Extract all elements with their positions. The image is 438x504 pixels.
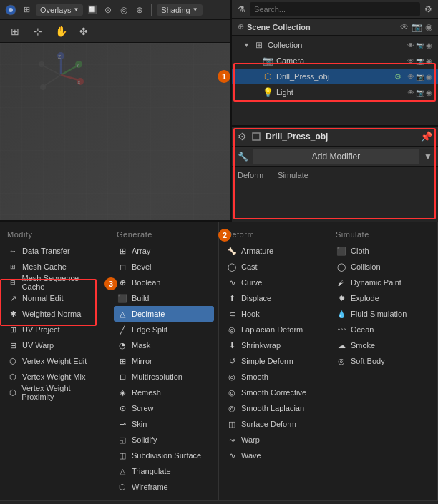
cam-dot-action[interactable]: ◉ (426, 57, 432, 65)
cam-eye-action[interactable]: 👁 (407, 57, 414, 65)
collection-icon: ⊞ (253, 40, 265, 50)
mod-solidify[interactable]: ◱ Solidify (114, 432, 214, 448)
snap-icon[interactable]: 🔲 (86, 4, 99, 16)
mod-vertex-weight-edit[interactable]: ⬡ Vertex Weight Edit (4, 353, 104, 369)
cursor-icon[interactable]: ⊹ (29, 22, 47, 41)
mod-uv-project[interactable]: ⊞ UV Project (4, 322, 104, 337)
grid-icon[interactable]: ⊞ (6, 22, 24, 41)
mod-cloth[interactable]: ⬛ Cloth (333, 243, 433, 259)
mod-curve[interactable]: ∿ Curve (223, 275, 323, 290)
mod-normal-edit[interactable]: ↗ Normal Edit (4, 290, 104, 306)
mod-boolean[interactable]: ⊕ Boolean (114, 275, 214, 290)
mod-ocean[interactable]: 〰 Ocean (333, 322, 433, 337)
drill-item-icon: ⬡ (262, 71, 273, 81)
light-dot-action[interactable]: ◉ (426, 89, 432, 97)
mod-smoke[interactable]: ☁ Smoke (333, 337, 433, 353)
mod-soft-body[interactable]: ◎ Soft Body (333, 353, 433, 369)
smooth-label: Smooth (241, 372, 268, 381)
mod-smooth[interactable]: ◎ Smooth (223, 369, 323, 385)
magnet-icon[interactable]: ⊙ (102, 4, 115, 16)
filter-icon[interactable]: ⚙ (424, 4, 432, 14)
viewport-area[interactable]: ⊞ Overlays ▼ 🔲 ⊙ ◎ ⊕ Shading ▼ ⊞ ⊹ ✋ ✤ Z (0, 0, 438, 222)
collision-icon: ◯ (336, 261, 347, 272)
mod-skin[interactable]: ⊸ Skin (114, 416, 214, 432)
outliner-search-input[interactable] (250, 2, 420, 16)
dot-action[interactable]: ◉ (426, 41, 432, 49)
mod-build[interactable]: ⬛ Build (114, 290, 214, 306)
collection-arrow: ▼ (243, 41, 250, 49)
mod-dynamic-paint[interactable]: 🖌 Dynamic Paint (333, 275, 433, 290)
drill-cam-action[interactable]: 📷 (416, 73, 424, 81)
vw-edit-label: Vertex Weight Edit (22, 357, 87, 365)
mod-simple-deform[interactable]: ↺ Simple Deform (223, 353, 323, 369)
shading-dropdown[interactable]: Shading ▼ (157, 4, 202, 16)
eye-action[interactable]: 👁 (407, 41, 414, 49)
measure-icon[interactable]: ✤ (74, 22, 93, 41)
mod-vertex-weight-mix[interactable]: ⬡ Vertex Weight Mix (4, 369, 104, 385)
eye-icon[interactable]: 👁 (400, 22, 409, 32)
drill-eye-action[interactable]: 👁 (407, 73, 414, 81)
mod-uv-warp[interactable]: ⊟ UV Warp (4, 337, 104, 353)
mod-subdivision-surface[interactable]: ◫ Subdivision Surface (114, 448, 214, 463)
outliner-collection-item[interactable]: ▼ ⊞ Collection 👁 📷 ◉ (232, 37, 438, 53)
shading-label: Shading (161, 6, 190, 14)
overlays-dropdown[interactable]: Overlays ▼ (36, 4, 83, 16)
remesh-icon: ◈ (117, 387, 128, 398)
mod-smooth-corrective[interactable]: ◎ Smooth Corrective (223, 385, 323, 400)
light-eye-action[interactable]: 👁 (407, 89, 414, 97)
mod-screw[interactable]: ⊙ Screw (114, 400, 214, 416)
cam-action[interactable]: 📷 (416, 41, 424, 49)
render-vis-icon[interactable]: ◉ (425, 22, 432, 32)
camera-vis-icon[interactable]: 📷 (412, 22, 422, 32)
mod-cast[interactable]: ◯ Cast (223, 259, 323, 275)
mod-data-transfer[interactable]: ↔ Data Transfer (4, 243, 104, 259)
mod-decimate[interactable]: △ Decimate (114, 306, 214, 322)
modifier-categories: Deform Simulate (232, 167, 438, 184)
mod-mirror[interactable]: ⊞ Mirror (114, 353, 214, 369)
mod-smooth-laplacian[interactable]: ◎ Smooth Laplacian (223, 400, 323, 416)
mod-hook[interactable]: ⊂ Hook (223, 306, 323, 322)
mod-mesh-cache[interactable]: ⊞ Mesh Cache (4, 259, 104, 275)
pin-icon[interactable]: 📌 (420, 131, 432, 142)
fluid-sim-icon: 💧 (336, 308, 347, 320)
mod-array[interactable]: ⊞ Array (114, 243, 214, 259)
laplacian-deform-icon: ◎ (226, 324, 238, 335)
light-cam-action[interactable]: 📷 (416, 89, 424, 97)
mod-armature[interactable]: 🦴 Armature (223, 243, 323, 259)
cam-cam-action[interactable]: 📷 (416, 57, 424, 65)
mod-shrinkwrap[interactable]: ⬇ Shrinkwrap (223, 337, 323, 353)
blender-menu-icon[interactable] (4, 4, 17, 16)
hand-icon[interactable]: ✋ (52, 22, 70, 41)
mod-warp[interactable]: ↝ Warp (223, 432, 323, 448)
soft-body-label: Soft Body (351, 357, 385, 365)
mod-multiresolution[interactable]: ⊟ Multiresolution (114, 369, 214, 385)
light-item-icon: 💡 (262, 87, 273, 97)
proportional-icon[interactable]: ◎ (117, 4, 130, 16)
mod-weighted-normal[interactable]: ✱ Weighted Normal (4, 306, 104, 322)
mod-fluid-simulation[interactable]: 💧 Fluid Simulation (333, 306, 433, 322)
triangulate-icon: △ (117, 465, 128, 477)
drill-dot-action[interactable]: ◉ (426, 73, 432, 81)
outliner-camera-item[interactable]: ▶ 📷 Camera 👁 📷 ◉ (232, 53, 438, 69)
mod-collision[interactable]: ◯ Collision (333, 259, 433, 275)
outliner-drill-item[interactable]: ▶ ⬡ Drill_Press_obj ⚙ 👁 📷 ◉ (232, 69, 438, 84)
transform-icon[interactable]: ⊕ (133, 4, 146, 16)
mod-triangulate[interactable]: △ Triangulate (114, 463, 214, 479)
mirror-icon: ⊞ (117, 355, 128, 367)
mod-vertex-weight-prox[interactable]: ⬡ Vertex Weight Proximity (4, 385, 104, 400)
outliner-light-item[interactable]: ▶ 💡 Light 👁 📷 ◉ (232, 84, 438, 100)
mod-bevel[interactable]: ◻ Bevel (114, 259, 214, 275)
mod-edge-split[interactable]: ╱ Edge Split (114, 322, 214, 337)
mod-remesh[interactable]: ◈ Remesh (114, 385, 214, 400)
multires-label: Multiresolution (132, 372, 182, 381)
mod-mesh-seq-cache[interactable]: ⊟ Mesh Sequence Cache (4, 275, 104, 290)
viewport-mode-icon[interactable]: ⊞ (20, 4, 33, 16)
add-modifier-button[interactable]: Add Modifier (253, 149, 419, 164)
mod-surface-deform[interactable]: ◫ Surface Deform (223, 416, 323, 432)
mod-wave[interactable]: ∿ Wave (223, 448, 323, 463)
mod-mask[interactable]: ◔ Mask (114, 337, 214, 353)
mod-displace[interactable]: ⬆ Displace (223, 290, 323, 306)
mod-laplacian-deform[interactable]: ◎ Laplacian Deform (223, 322, 323, 337)
mod-wireframe[interactable]: ⬡ Wireframe (114, 479, 214, 495)
mod-explode[interactable]: ✸ Explode (333, 290, 433, 306)
